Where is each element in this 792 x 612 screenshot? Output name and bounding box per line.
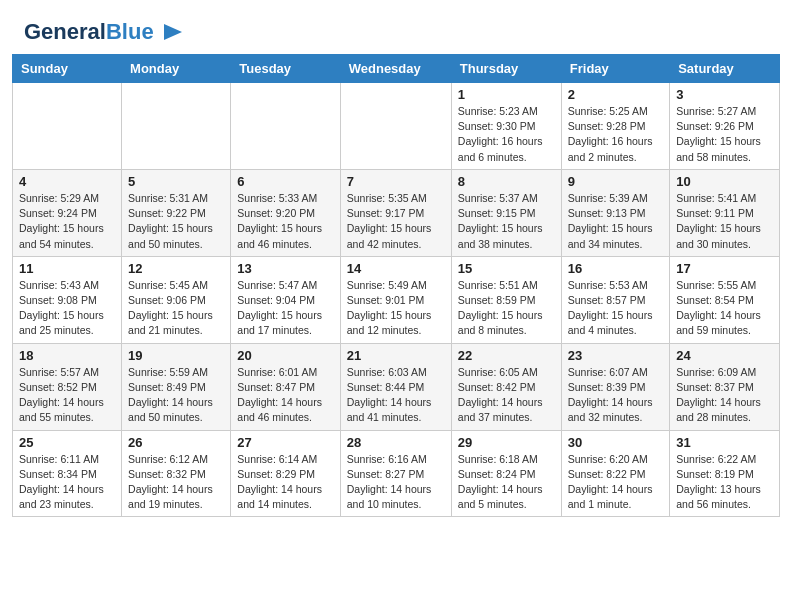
day-info: Sunrise: 5:39 AM Sunset: 9:13 PM Dayligh… (568, 191, 663, 252)
day-info: Sunrise: 6:03 AM Sunset: 8:44 PM Dayligh… (347, 365, 445, 426)
calendar-cell: 2Sunrise: 5:25 AM Sunset: 9:28 PM Daylig… (561, 83, 669, 170)
calendar-week-row: 1Sunrise: 5:23 AM Sunset: 9:30 PM Daylig… (13, 83, 780, 170)
day-info: Sunrise: 6:20 AM Sunset: 8:22 PM Dayligh… (568, 452, 663, 513)
day-info: Sunrise: 5:35 AM Sunset: 9:17 PM Dayligh… (347, 191, 445, 252)
day-number: 4 (19, 174, 115, 189)
day-info: Sunrise: 5:27 AM Sunset: 9:26 PM Dayligh… (676, 104, 773, 165)
day-info: Sunrise: 5:53 AM Sunset: 8:57 PM Dayligh… (568, 278, 663, 339)
calendar-wrapper: SundayMondayTuesdayWednesdayThursdayFrid… (0, 54, 792, 529)
calendar-cell (122, 83, 231, 170)
day-number: 16 (568, 261, 663, 276)
calendar-cell (340, 83, 451, 170)
logo-text: GeneralBlue (24, 20, 154, 44)
calendar-cell (231, 83, 340, 170)
calendar-cell: 24Sunrise: 6:09 AM Sunset: 8:37 PM Dayli… (670, 343, 780, 430)
day-number: 18 (19, 348, 115, 363)
day-info: Sunrise: 5:41 AM Sunset: 9:11 PM Dayligh… (676, 191, 773, 252)
day-of-week-header: Saturday (670, 55, 780, 83)
calendar-cell: 9Sunrise: 5:39 AM Sunset: 9:13 PM Daylig… (561, 169, 669, 256)
calendar-cell: 20Sunrise: 6:01 AM Sunset: 8:47 PM Dayli… (231, 343, 340, 430)
day-info: Sunrise: 5:51 AM Sunset: 8:59 PM Dayligh… (458, 278, 555, 339)
calendar-header-row: SundayMondayTuesdayWednesdayThursdayFrid… (13, 55, 780, 83)
day-of-week-header: Monday (122, 55, 231, 83)
calendar-cell: 22Sunrise: 6:05 AM Sunset: 8:42 PM Dayli… (451, 343, 561, 430)
calendar-cell: 27Sunrise: 6:14 AM Sunset: 8:29 PM Dayli… (231, 430, 340, 517)
calendar-cell: 12Sunrise: 5:45 AM Sunset: 9:06 PM Dayli… (122, 256, 231, 343)
day-info: Sunrise: 6:12 AM Sunset: 8:32 PM Dayligh… (128, 452, 224, 513)
day-info: Sunrise: 5:57 AM Sunset: 8:52 PM Dayligh… (19, 365, 115, 426)
day-number: 6 (237, 174, 333, 189)
day-number: 21 (347, 348, 445, 363)
day-info: Sunrise: 5:43 AM Sunset: 9:08 PM Dayligh… (19, 278, 115, 339)
day-info: Sunrise: 5:31 AM Sunset: 9:22 PM Dayligh… (128, 191, 224, 252)
calendar-cell: 15Sunrise: 5:51 AM Sunset: 8:59 PM Dayli… (451, 256, 561, 343)
calendar-cell: 11Sunrise: 5:43 AM Sunset: 9:08 PM Dayli… (13, 256, 122, 343)
calendar-cell: 19Sunrise: 5:59 AM Sunset: 8:49 PM Dayli… (122, 343, 231, 430)
day-number: 11 (19, 261, 115, 276)
day-info: Sunrise: 6:05 AM Sunset: 8:42 PM Dayligh… (458, 365, 555, 426)
day-of-week-header: Sunday (13, 55, 122, 83)
calendar-week-row: 18Sunrise: 5:57 AM Sunset: 8:52 PM Dayli… (13, 343, 780, 430)
day-number: 28 (347, 435, 445, 450)
calendar-cell: 30Sunrise: 6:20 AM Sunset: 8:22 PM Dayli… (561, 430, 669, 517)
day-info: Sunrise: 5:49 AM Sunset: 9:01 PM Dayligh… (347, 278, 445, 339)
day-info: Sunrise: 5:59 AM Sunset: 8:49 PM Dayligh… (128, 365, 224, 426)
day-number: 27 (237, 435, 333, 450)
day-number: 2 (568, 87, 663, 102)
day-number: 8 (458, 174, 555, 189)
calendar-cell: 7Sunrise: 5:35 AM Sunset: 9:17 PM Daylig… (340, 169, 451, 256)
calendar-cell: 16Sunrise: 5:53 AM Sunset: 8:57 PM Dayli… (561, 256, 669, 343)
day-number: 1 (458, 87, 555, 102)
day-of-week-header: Friday (561, 55, 669, 83)
day-number: 24 (676, 348, 773, 363)
calendar-cell: 8Sunrise: 5:37 AM Sunset: 9:15 PM Daylig… (451, 169, 561, 256)
day-info: Sunrise: 6:22 AM Sunset: 8:19 PM Dayligh… (676, 452, 773, 513)
day-info: Sunrise: 6:11 AM Sunset: 8:34 PM Dayligh… (19, 452, 115, 513)
day-number: 7 (347, 174, 445, 189)
day-info: Sunrise: 6:09 AM Sunset: 8:37 PM Dayligh… (676, 365, 773, 426)
day-info: Sunrise: 5:55 AM Sunset: 8:54 PM Dayligh… (676, 278, 773, 339)
calendar-week-row: 11Sunrise: 5:43 AM Sunset: 9:08 PM Dayli… (13, 256, 780, 343)
day-number: 5 (128, 174, 224, 189)
day-number: 22 (458, 348, 555, 363)
calendar-cell: 26Sunrise: 6:12 AM Sunset: 8:32 PM Dayli… (122, 430, 231, 517)
day-number: 29 (458, 435, 555, 450)
day-info: Sunrise: 5:23 AM Sunset: 9:30 PM Dayligh… (458, 104, 555, 165)
day-number: 31 (676, 435, 773, 450)
day-number: 13 (237, 261, 333, 276)
calendar-cell: 5Sunrise: 5:31 AM Sunset: 9:22 PM Daylig… (122, 169, 231, 256)
day-info: Sunrise: 5:47 AM Sunset: 9:04 PM Dayligh… (237, 278, 333, 339)
calendar-cell: 25Sunrise: 6:11 AM Sunset: 8:34 PM Dayli… (13, 430, 122, 517)
day-number: 15 (458, 261, 555, 276)
calendar-cell: 6Sunrise: 5:33 AM Sunset: 9:20 PM Daylig… (231, 169, 340, 256)
day-info: Sunrise: 6:07 AM Sunset: 8:39 PM Dayligh… (568, 365, 663, 426)
day-info: Sunrise: 5:33 AM Sunset: 9:20 PM Dayligh… (237, 191, 333, 252)
calendar-cell: 3Sunrise: 5:27 AM Sunset: 9:26 PM Daylig… (670, 83, 780, 170)
day-number: 20 (237, 348, 333, 363)
calendar-week-row: 4Sunrise: 5:29 AM Sunset: 9:24 PM Daylig… (13, 169, 780, 256)
day-number: 19 (128, 348, 224, 363)
page-header: GeneralBlue (0, 0, 792, 54)
calendar-cell: 28Sunrise: 6:16 AM Sunset: 8:27 PM Dayli… (340, 430, 451, 517)
day-info: Sunrise: 5:45 AM Sunset: 9:06 PM Dayligh… (128, 278, 224, 339)
day-info: Sunrise: 6:18 AM Sunset: 8:24 PM Dayligh… (458, 452, 555, 513)
day-number: 14 (347, 261, 445, 276)
day-info: Sunrise: 5:25 AM Sunset: 9:28 PM Dayligh… (568, 104, 663, 165)
calendar-cell: 13Sunrise: 5:47 AM Sunset: 9:04 PM Dayli… (231, 256, 340, 343)
day-of-week-header: Tuesday (231, 55, 340, 83)
calendar-week-row: 25Sunrise: 6:11 AM Sunset: 8:34 PM Dayli… (13, 430, 780, 517)
day-number: 12 (128, 261, 224, 276)
day-info: Sunrise: 5:37 AM Sunset: 9:15 PM Dayligh… (458, 191, 555, 252)
day-info: Sunrise: 6:01 AM Sunset: 8:47 PM Dayligh… (237, 365, 333, 426)
calendar-cell: 4Sunrise: 5:29 AM Sunset: 9:24 PM Daylig… (13, 169, 122, 256)
logo: GeneralBlue (24, 18, 184, 46)
day-of-week-header: Thursday (451, 55, 561, 83)
day-number: 9 (568, 174, 663, 189)
calendar-cell: 18Sunrise: 5:57 AM Sunset: 8:52 PM Dayli… (13, 343, 122, 430)
logo-icon (156, 18, 184, 46)
day-info: Sunrise: 6:16 AM Sunset: 8:27 PM Dayligh… (347, 452, 445, 513)
calendar-cell: 21Sunrise: 6:03 AM Sunset: 8:44 PM Dayli… (340, 343, 451, 430)
svg-marker-0 (164, 24, 182, 40)
day-of-week-header: Wednesday (340, 55, 451, 83)
calendar-cell: 1Sunrise: 5:23 AM Sunset: 9:30 PM Daylig… (451, 83, 561, 170)
